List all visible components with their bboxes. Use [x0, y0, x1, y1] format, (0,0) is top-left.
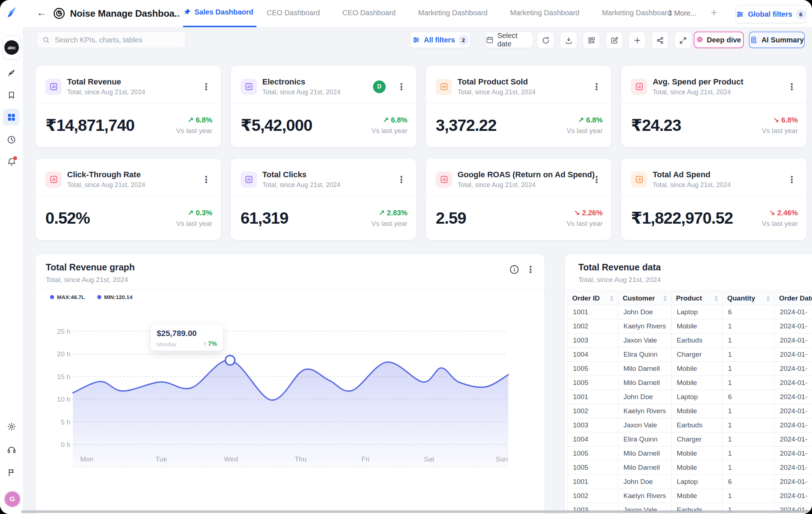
history-clock-icon[interactable] [0, 131, 23, 148]
table-cell: 1 [723, 418, 775, 432]
table-cell: 2024-01- [775, 376, 812, 390]
user-avatar[interactable]: G [4, 490, 21, 508]
kpi-compare-label: Vs last year [762, 220, 798, 228]
table-row[interactable]: 1005Milo DarnellMobile12024-01- [568, 461, 812, 475]
sort-icon[interactable] [766, 296, 770, 301]
chart-area-fill [73, 360, 508, 466]
fullscreen-expand-icon[interactable] [674, 32, 692, 49]
table-cell: 1004 [568, 432, 618, 447]
svg-text:Mon: Mon [80, 455, 94, 463]
table-cell: 1001 [568, 305, 618, 319]
deep-dive-button[interactable]: ❁ Deep dive [694, 32, 744, 48]
column-header-customer[interactable]: Customer [618, 292, 672, 305]
kebab-menu-icon[interactable]: ⋮ [395, 82, 407, 91]
table-cell: Jaxon Vale [618, 418, 672, 432]
add-widget-grid-icon[interactable] [583, 32, 600, 49]
info-icon[interactable] [509, 264, 520, 275]
table-cell: Mobile [672, 489, 723, 503]
kebab-menu-icon[interactable]: ⋮ [395, 175, 407, 184]
share-icon[interactable] [651, 32, 669, 49]
tab-4[interactable]: Marketing Dashboard [602, 9, 671, 17]
table-row[interactable]: 1002Kaelyn RiversMobile12024-01- [568, 319, 812, 333]
workspace-badge[interactable]: abc [3, 36, 21, 59]
table-row[interactable]: 1002Kaelyn RiversMobile12024-01- [568, 489, 812, 503]
tab-label: Sales Dashbaord [194, 8, 253, 16]
table-row[interactable]: 1004Elira QuinnCharger12024-01- [568, 432, 812, 447]
kpi-title: Click-Through Rate [67, 170, 145, 179]
table-row[interactable]: 1001John DoeLaptop62024-01- [568, 390, 812, 404]
kpi-card: Click-Through Rate Total, since Aug 21st… [35, 158, 221, 240]
column-header-product[interactable]: Product [672, 292, 723, 305]
edit-icon[interactable] [606, 32, 623, 49]
kebab-menu-icon[interactable]: ⋮ [200, 175, 212, 184]
table-cell: Mobile [672, 404, 723, 418]
revenue-area-chart[interactable]: 25 h20 h15 h10 h5 h0 h MonTueWedThuFriSa… [36, 301, 545, 514]
table-row[interactable]: 1002Kaelyn RiversMobile12024-01- [568, 404, 812, 418]
kpi-subtitle: Total, since Aug 21st, 2024 [262, 88, 340, 96]
kebab-menu-icon[interactable]: ⋮ [786, 175, 798, 184]
sidebar: abc G [0, 0, 23, 514]
table-row[interactable]: 1004Elira QuinnCharger12024-01- [568, 348, 812, 362]
table-row[interactable]: 1003Jaxon ValeEarbuds12024-01- [568, 418, 812, 432]
tab-1[interactable]: CEO Dashboard [343, 9, 396, 17]
kpi-change: ↘ 2.46% [762, 208, 798, 217]
kpi-chart-icon [436, 79, 452, 95]
table-row[interactable]: 1001John DoeLaptop62024-01- [568, 475, 812, 489]
table-cell: 1005 [568, 461, 618, 475]
feather-icon[interactable] [0, 65, 23, 81]
tab-3[interactable]: Marketing Dashboard [510, 9, 579, 17]
sort-icon[interactable] [714, 296, 718, 301]
kebab-menu-icon[interactable]: ⋮ [591, 175, 603, 184]
dashboards-nav-icon-active[interactable] [3, 109, 20, 125]
tooltip-change: ↑ 7% [203, 340, 217, 348]
kebab-menu-icon[interactable]: ⋮ [786, 82, 798, 91]
table-cell: 1 [723, 362, 775, 376]
back-arrow-button[interactable]: ← [37, 7, 46, 18]
table-row[interactable]: 1005Milo DarnellMobile12024-01- [568, 376, 812, 390]
kpi-card: Electronics Total, since Aug 21st, 2024 … [230, 65, 417, 148]
notifications-bell-icon[interactable] [0, 153, 23, 170]
tab-0[interactable]: CEO Dashboard [267, 9, 320, 17]
product-logo-icon[interactable] [0, 4, 23, 20]
settings-gear-icon[interactable] [0, 418, 23, 435]
select-date-button[interactable]: Select date [485, 32, 533, 48]
ai-summary-button[interactable]: AI Summary [749, 32, 805, 48]
svg-text:20 h: 20 h [57, 350, 70, 358]
table-row[interactable]: 1005Milo DarnellMobile12024-01- [568, 362, 812, 376]
column-header-quantity[interactable]: Quantity [723, 292, 775, 305]
table-cell: John Doe [618, 305, 672, 319]
kebab-menu-icon[interactable]: ⋮ [525, 265, 537, 274]
support-headset-icon[interactable] [0, 442, 23, 458]
kpi-title: Total Product Sold [458, 77, 536, 87]
horizontal-scrollbar[interactable] [21, 510, 812, 513]
search-input-box[interactable] [36, 32, 186, 48]
bookmark-icon[interactable] [0, 87, 23, 103]
kebab-menu-icon[interactable]: ⋮ [200, 82, 212, 91]
column-header-order-id[interactable]: Order ID [568, 292, 618, 305]
sort-icon[interactable] [610, 296, 614, 301]
refresh-icon[interactable] [537, 32, 554, 49]
table-cell: Jaxon Vale [618, 333, 672, 348]
table-row[interactable]: 1001John DoeLaptop62024-01- [568, 305, 812, 319]
column-header-order-date[interactable]: Order Date [775, 292, 812, 305]
sort-icon[interactable] [663, 296, 667, 301]
table-row[interactable]: 1005Milo DarnellMobile12024-01- [568, 447, 812, 461]
add-tab-button[interactable]: + [711, 7, 717, 19]
tab-2[interactable]: Marketing Dashboard [418, 9, 488, 17]
flag-icon[interactable] [0, 464, 23, 481]
svg-text:10 h: 10 h [57, 395, 70, 403]
kpi-subtitle: Total, since Aug 21st, 2024 [653, 181, 731, 189]
search-input[interactable] [54, 36, 180, 45]
all-filters-button[interactable]: All filters 2 [410, 32, 471, 48]
download-icon[interactable] [560, 32, 577, 49]
kebab-menu-icon[interactable]: ⋮ [591, 82, 603, 91]
more-tabs-button[interactable]: 3 More... [668, 9, 697, 17]
add-plus-icon[interactable] [628, 32, 646, 49]
kpi-chart-icon [241, 79, 257, 95]
tab-sales-dashboard-active[interactable]: Sales Dashbaord [184, 8, 253, 16]
global-filters-button[interactable]: Global filters 6 [735, 5, 806, 23]
table-row[interactable]: 1003Jaxon ValeEarbuds12024-01- [568, 333, 812, 348]
chart-marker-point[interactable] [225, 356, 235, 365]
legend-dot [50, 295, 54, 299]
kpi-value: 61,319 [241, 209, 288, 228]
